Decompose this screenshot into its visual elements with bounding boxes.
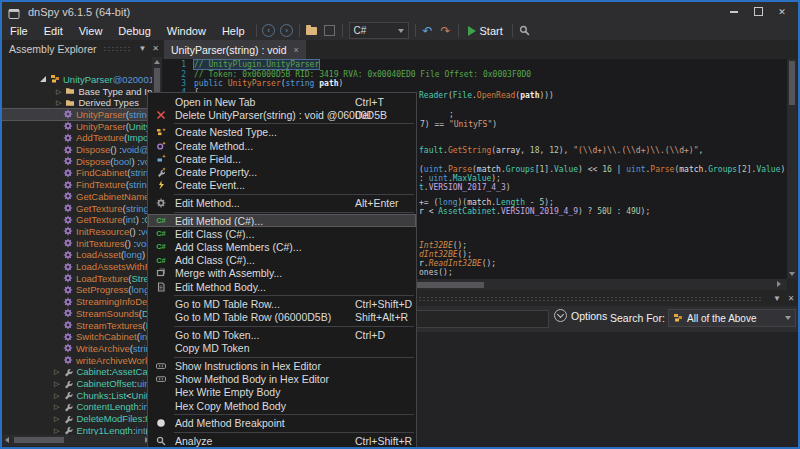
tree-item-loadassetswithref[interactable]: LoadAssetsWithRef xyxy=(2,261,152,273)
menu-edit[interactable]: Edit xyxy=(36,23,71,39)
context-menu-item-go-to-md-token[interactable]: Go to MD Token...Ctrl+D xyxy=(148,329,416,342)
language-combo[interactable]: C# xyxy=(349,22,409,39)
context-menu-item-create-property[interactable]: Create Property... xyxy=(148,165,416,178)
context-menu-item-delete-unityparser-string-void-06000d5b[interactable]: Delete UnityParser(string) : void @06000… xyxy=(148,108,416,121)
tree-item-streamsounds-dire[interactable]: StreamSounds(Dire xyxy=(2,308,152,320)
tree-item-writearchiveworker[interactable]: writeArchiveWorker xyxy=(2,354,152,366)
tree-item-loadtexture-strea[interactable]: LoadTexture(Strea xyxy=(2,272,152,284)
tree-item-loadasset-long-d[interactable]: LoadAsset(long) : d xyxy=(2,249,152,261)
undo-button[interactable]: ↶ xyxy=(419,23,437,39)
tree-item-findcabinet-string[interactable]: FindCabinet(string) xyxy=(2,167,152,179)
context-menu-item-go-to-md-table-row[interactable]: Go to MD Table Row...Ctrl+Shift+D xyxy=(148,298,416,311)
csharp-icon: C# xyxy=(154,241,168,252)
expander-closed-icon[interactable]: ▷ xyxy=(54,368,59,375)
tab-close-icon[interactable]: × xyxy=(294,45,299,55)
tree-item-setprogress-long-lo[interactable]: SetProgress(long, lo xyxy=(2,284,152,296)
menu-debug[interactable]: Debug xyxy=(110,23,158,39)
navigate-forward-button[interactable]: › xyxy=(278,23,296,39)
search-scope-combo[interactable]: All of the Above xyxy=(668,309,796,327)
menu-view[interactable]: View xyxy=(71,23,111,39)
tab-unityparser[interactable]: UnityParser(string) : void × xyxy=(164,40,306,59)
context-menu-item-create-nested-type[interactable]: Create Nested Type... xyxy=(148,126,416,139)
maximize-button[interactable] xyxy=(746,2,770,21)
tree-item-initresource-voi[interactable]: InitResource() : voi xyxy=(2,226,152,238)
expander-closed-icon[interactable]: ▷ xyxy=(56,88,61,95)
context-menu-item-go-to-md-table-row-06000d5b[interactable]: Go to MD Table Row (06000D5B)Shift+Alt+R xyxy=(148,311,416,324)
tree-item-chunks-list-unity[interactable]: ▷Chunks : List<Unity xyxy=(2,389,152,401)
tree-item-findtexture-string[interactable]: FindTexture(string) xyxy=(2,179,152,191)
tree-item-gettexture-int-co[interactable]: GetTexture(int) : Co xyxy=(2,214,152,226)
context-menu-item-add-class-c[interactable]: C#Add Class (C#)... xyxy=(148,254,416,267)
text-segment: SwitchCabinet xyxy=(76,331,137,342)
menu-window[interactable]: Window xyxy=(159,23,214,39)
context-menu-item-create-event[interactable]: Create Event... xyxy=(148,179,416,192)
context-menu-item-edit-method-body[interactable]: Edit Method Body... xyxy=(148,280,416,293)
start-button[interactable]: Start xyxy=(462,25,509,37)
context-menu-item-edit-class-c[interactable]: C#Edit Class (C#)... xyxy=(148,227,416,240)
tree-item-streaminginfodelet[interactable]: StreamingInfoDelet xyxy=(2,296,152,308)
redo-button[interactable]: ↷ xyxy=(437,23,455,39)
text-segment: // Token: 0x06000D5B RID: 3419 RVA: 0x00… xyxy=(194,70,531,79)
menu-separator xyxy=(174,432,414,433)
context-menu-item-open-in-new-tab[interactable]: Open in New TabCtrl+T xyxy=(148,95,416,108)
new-type-icon xyxy=(154,127,168,138)
context-menu-item-add-class-members-c[interactable]: C#Add Class Members (C#)... xyxy=(148,240,416,253)
tree-item-unityparser-02000188[interactable]: UnityParser @02000188 xyxy=(2,74,152,86)
tree-item-unityparser-string[interactable]: UnityParser(string) xyxy=(2,109,152,121)
tree-item-cabinet-assetcabi[interactable]: ▷Cabinet : AssetCabi xyxy=(2,366,152,378)
tree-item-inittextures-voi[interactable]: InitTextures() : voi xyxy=(2,237,152,249)
tree-item-streamtextures-dir[interactable]: StreamTextures(Dir xyxy=(2,319,152,331)
context-menu-item-show-method-body-in-hex-editor[interactable]: Show Method Body in Hex Editor xyxy=(148,373,416,386)
close-icon[interactable]: ✕ xyxy=(149,44,162,53)
expander-closed-icon[interactable]: ▷ xyxy=(56,99,61,106)
context-menu-item-merge-with-assembly[interactable]: Merge with Assembly... xyxy=(148,267,416,280)
expander-closed-icon[interactable]: ▷ xyxy=(54,415,59,422)
tree-item-writearchive-string[interactable]: WriteArchive(string, xyxy=(2,343,152,355)
expander-open-icon[interactable] xyxy=(40,76,46,82)
menu-file[interactable]: File xyxy=(2,23,36,39)
minimize-button[interactable] xyxy=(722,2,746,21)
context-menu-item-hex-write-empty-body[interactable]: Hex Write Empty Body xyxy=(148,386,416,399)
close-button[interactable]: ✕ xyxy=(770,2,794,21)
chevron-down-icon[interactable]: ▼ xyxy=(770,294,784,303)
new-field-icon xyxy=(154,153,168,164)
tree-horizontal-scrollbar[interactable] xyxy=(2,435,152,446)
expander-closed-icon[interactable]: ▷ xyxy=(54,392,59,399)
text-segment: GetTexture xyxy=(76,214,122,225)
text-segment: (); xyxy=(482,259,496,268)
tree-item-cabinetoffset-uint[interactable]: ▷CabinetOffset : uint xyxy=(2,378,152,390)
context-menu-item-edit-method-c[interactable]: C#Edit Method (C#)... xyxy=(148,214,416,227)
context-menu-item-show-instructions-in-hex-editor[interactable]: Show Instructions in Hex Editor xyxy=(148,359,416,372)
tree-item-switchcabinet-int[interactable]: SwitchCabinet(int) : xyxy=(2,331,152,343)
options-button[interactable]: Options xyxy=(554,309,607,322)
save-module-button[interactable] xyxy=(321,23,339,39)
expander-closed-icon[interactable]: ▷ xyxy=(54,427,59,434)
toolbar-search-button[interactable] xyxy=(516,23,534,39)
tree-item-contentlength-int[interactable]: ▷ContentLength : int xyxy=(2,401,152,413)
tree-item-entry1length-int[interactable]: ▷Entry1Length : int ( xyxy=(2,425,152,436)
context-menu-item-create-field[interactable]: Create Field... xyxy=(148,152,416,165)
tree-item-base-type-and-inter[interactable]: ▷Base Type and Inter xyxy=(2,85,152,97)
context-menu-item-edit-method[interactable]: Edit Method...Alt+Enter xyxy=(148,196,416,209)
context-menu-item-analyze[interactable]: AnalyzeCtrl+Shift+R xyxy=(148,434,416,447)
context-menu-item-create-method[interactable]: Create Method... xyxy=(148,139,416,152)
tree-item-getcabinetname-as[interactable]: GetCabinetName(As xyxy=(2,191,152,203)
navigate-back-button[interactable]: ‹ xyxy=(260,23,278,39)
tree-item-deletemodfiles-ha[interactable]: ▷DeleteModFiles : Ha xyxy=(2,413,152,425)
tree-item-dispose-bool-void[interactable]: Dispose(bool) : void xyxy=(2,155,152,167)
open-button[interactable] xyxy=(303,23,321,39)
expander-closed-icon[interactable]: ▷ xyxy=(54,380,59,387)
context-menu-item-copy-md-token[interactable]: Copy MD Token xyxy=(148,342,416,355)
chevron-down-icon[interactable]: ▼ xyxy=(136,44,149,53)
context-menu-item-hex-copy-method-body[interactable]: Hex Copy Method Body xyxy=(148,399,416,412)
editor-vertical-scrollbar[interactable] xyxy=(787,59,797,279)
expander-closed-icon[interactable]: ▷ xyxy=(54,403,59,410)
tree-item-gettexture-string[interactable]: GetTexture(string) : xyxy=(2,202,152,214)
menu-help[interactable]: Help xyxy=(214,23,253,39)
tree-item-dispose-void-0[interactable]: Dispose() : void @0 xyxy=(2,144,152,156)
tree-item-addtexture-importe[interactable]: AddTexture(Importe xyxy=(2,132,152,144)
tree-item-unityparser-unitypa[interactable]: UnityParser(UnityPa xyxy=(2,120,152,132)
context-menu-item-add-method-breakpoint[interactable]: Add Method Breakpoint xyxy=(148,417,416,430)
close-icon[interactable]: ✕ xyxy=(784,294,798,303)
tree-item-derived-types[interactable]: ▷Derived Types xyxy=(2,97,152,109)
